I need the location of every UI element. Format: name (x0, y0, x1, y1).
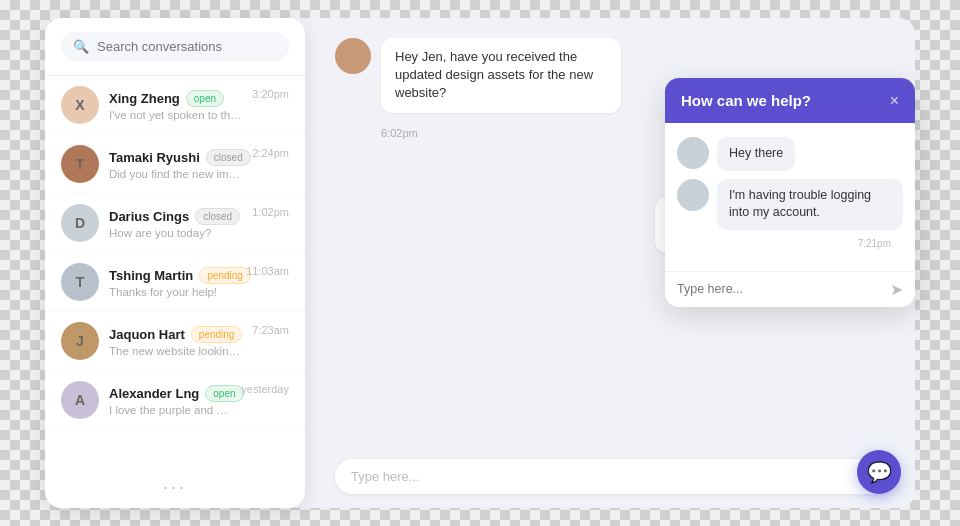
conv-preview: The new website looking rea... (109, 345, 242, 357)
conversation-item[interactable]: AAlexander LngopenI love the purple and … (45, 371, 305, 430)
conv-details: Tamaki RyushiclosedDid you find the new … (109, 149, 242, 180)
widget-input-bar: ➤ (665, 271, 915, 307)
search-icon: 🔍 (73, 39, 89, 54)
conversation-list: XXing ZhengopenI've not yet spoken to th… (45, 76, 305, 467)
app-container: 🔍 XXing ZhengopenI've not yet spoken to … (45, 18, 915, 508)
conv-preview: I love the purple and gol... (109, 404, 231, 416)
status-badge: pending (191, 326, 243, 343)
avatar: D (61, 204, 99, 242)
conv-details: Xing ZhengopenI've not yet spoken to the… (109, 90, 242, 121)
fab-button[interactable]: 💬 (857, 450, 901, 494)
status-badge: pending (199, 267, 251, 284)
avatar: T (61, 145, 99, 183)
conv-preview: I've not yet spoken to them... (109, 109, 242, 121)
widget-input[interactable] (677, 282, 882, 296)
conversation-item[interactable]: JJaquon HartpendingThe new website looki… (45, 312, 305, 371)
conv-time: 2:24pm (252, 147, 289, 159)
conversation-item[interactable]: XXing ZhengopenI've not yet spoken to th… (45, 76, 305, 135)
status-badge: open (205, 385, 243, 402)
chat-fab-icon: 💬 (867, 460, 892, 484)
conv-time: 7:23am (252, 324, 289, 336)
conv-time: 11:03am (246, 265, 289, 277)
widget-message-group: Hey there (677, 137, 903, 171)
conv-name: Tshing Martin (109, 268, 193, 283)
conv-details: Darius CingsclosedHow are you today? (109, 208, 242, 239)
widget-messages: Hey thereI'm having trouble logging into… (665, 123, 915, 271)
widget-bubble: I'm having trouble logging into my accou… (717, 179, 903, 230)
conv-time: 1:02pm (252, 206, 289, 218)
avatar: X (61, 86, 99, 124)
chat-input-wrap[interactable]: Type here... (335, 459, 899, 494)
widget-header: How can we help? × (665, 78, 915, 123)
search-input-wrap: 🔍 (61, 32, 289, 61)
avatar: A (61, 381, 99, 419)
widget-avatar (677, 179, 709, 211)
conv-name: Jaquon Hart (109, 327, 185, 342)
widget-message-time: 7:21pm (689, 238, 891, 249)
status-badge: open (186, 90, 224, 107)
conversation-item[interactable]: TTshing MartinpendingThanks for your hel… (45, 253, 305, 312)
search-bar: 🔍 (45, 18, 305, 76)
conversation-item[interactable]: TTamaki RyushiclosedDid you find the new… (45, 135, 305, 194)
conv-name: Tamaki Ryushi (109, 150, 200, 165)
conv-name: Darius Cings (109, 209, 189, 224)
widget-close-button[interactable]: × (890, 93, 899, 109)
conv-preview: Did you find the new images... (109, 168, 242, 180)
conv-time: 3:20pm (252, 88, 289, 100)
conv-name: Alexander Lng (109, 386, 199, 401)
conv-name: Xing Zheng (109, 91, 180, 106)
message-avatar (335, 38, 371, 74)
widget-message-group: I'm having trouble logging into my accou… (677, 179, 903, 230)
send-icon[interactable]: ➤ (890, 280, 903, 299)
left-panel: 🔍 XXing ZhengopenI've not yet spoken to … (45, 18, 305, 508)
message-bubble: Hey Jen, have you received the updated d… (381, 38, 621, 113)
chat-input-bar: Type here... (305, 449, 915, 508)
widget-bubble: Hey there (717, 137, 795, 171)
conv-details: Jaquon HartpendingThe new website lookin… (109, 326, 242, 357)
status-badge: closed (206, 149, 251, 166)
avatar: T (61, 263, 99, 301)
conv-details: Alexander LngopenI love the purple and g… (109, 385, 231, 416)
search-input[interactable] (97, 39, 277, 54)
avatar: J (61, 322, 99, 360)
conv-preview: How are you today? (109, 227, 242, 239)
conversation-item[interactable]: DDarius CingsclosedHow are you today?1:0… (45, 194, 305, 253)
widget-panel: How can we help? × Hey thereI'm having t… (665, 78, 915, 307)
more-button[interactable]: ··· (45, 467, 305, 508)
chat-input-placeholder: Type here... (351, 469, 420, 484)
conv-time: yesterday (241, 383, 289, 395)
status-badge: closed (195, 208, 240, 225)
widget-avatar (677, 137, 709, 169)
conv-preview: Thanks for your help! (109, 286, 236, 298)
widget-title: How can we help? (681, 92, 811, 109)
conv-details: Tshing MartinpendingThanks for your help… (109, 267, 236, 298)
